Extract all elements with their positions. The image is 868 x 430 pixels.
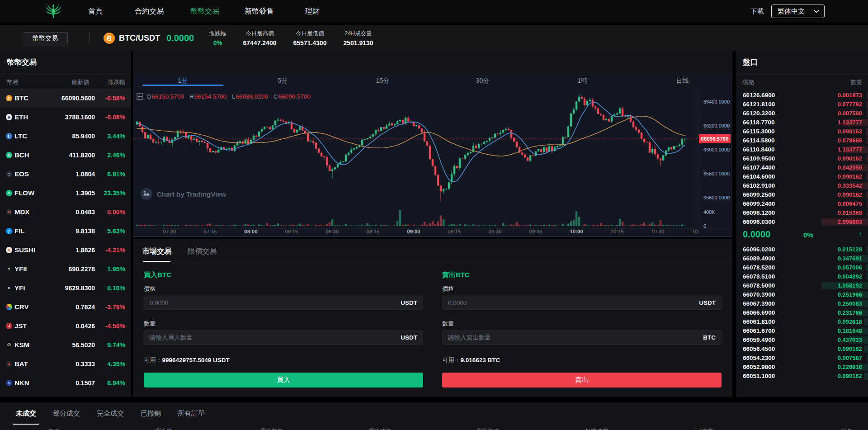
orders-tab-1[interactable]: 未成交 — [16, 402, 36, 425]
svg-text:08:45: 08:45 — [367, 229, 380, 234]
timeframe-tab-6[interactable]: 日线 — [632, 73, 732, 88]
coin-row-yfii[interactable]: YYFII690.22781.95% — [0, 260, 131, 279]
coin-symbol: BTC — [14, 89, 28, 108]
coin-price: 56.5020 — [72, 335, 95, 354]
coin-row-eth[interactable]: ◆ETH3788.1600-0.08% — [0, 108, 131, 127]
bid-row[interactable]: 66054.23000.007587 — [736, 354, 868, 363]
coin-row-flow[interactable]: ≈FLOW1.390523.35% — [0, 184, 131, 203]
ask-price: 66096.1200 — [743, 208, 775, 217]
column-coin: 幣種 — [7, 78, 19, 86]
orders-tab-2[interactable]: 部分成交 — [53, 402, 80, 425]
depth-bar — [864, 318, 868, 326]
nav-item-2[interactable]: 合約交易 — [135, 7, 164, 16]
coin-row-nkn[interactable]: NNKN0.15076.94% — [0, 373, 131, 392]
ask-row[interactable]: 66115.30000.090162 — [736, 127, 868, 136]
ask-row[interactable]: 66118.77001.133777 — [736, 118, 868, 127]
nav-item-3[interactable]: 幣幣交易 — [190, 7, 219, 16]
coin-row-fil[interactable]: ƒFIL9.81385.63% — [0, 222, 131, 241]
eos-coin-icon: ◇ — [6, 171, 12, 177]
language-dropdown[interactable]: 繁体中文 — [771, 5, 825, 18]
buy-form: 買入BTC 價格 USDT 數量 USDT 可用：9996429757.5049… — [144, 264, 423, 387]
coin-row-yfi[interactable]: ×YFI9629.83000.16% — [0, 279, 131, 298]
coin-symbol: MDX — [14, 203, 29, 222]
coin-price: 1.3905 — [75, 184, 95, 203]
market-type-button[interactable]: 幣幣交易 — [23, 32, 68, 44]
bid-row[interactable]: 66070.39000.251966 — [736, 290, 868, 299]
timeframe-tab-1[interactable]: 1分 — [133, 73, 233, 88]
stat-label: 漲跌幅 — [209, 31, 226, 37]
buy-available-value: 9996429757.5049 USDT — [162, 357, 230, 364]
orders-tab-4[interactable]: 已撤銷 — [141, 402, 161, 425]
coin-row-ksm[interactable]: ∅KSM56.50209.74% — [0, 335, 131, 354]
ask-row[interactable]: 66096.03002.098893 — [736, 217, 868, 227]
ask-row[interactable]: 66126.69000.001873 — [736, 91, 868, 100]
bid-row[interactable]: 66066.69000.231766 — [736, 308, 868, 317]
download-link[interactable]: 下載 — [750, 7, 764, 16]
bid-row[interactable]: 66059.49000.437033 — [736, 335, 868, 345]
ask-row[interactable]: 66114.58000.078686 — [736, 136, 868, 145]
svg-text:65600.0000: 65600.0000 — [703, 195, 730, 200]
bid-row[interactable]: 66078.51000.004892 — [736, 272, 868, 281]
coin-row-btc[interactable]: BBTC66090.5600-0.58% — [0, 89, 131, 108]
ask-row[interactable]: 66099.24000.006475 — [736, 199, 868, 208]
coin-row-bch[interactable]: BBCH411.82002.46% — [0, 146, 131, 165]
open-label: O — [146, 93, 151, 100]
trade-tab-1[interactable]: 市場交易 — [142, 239, 171, 264]
sell-price-input[interactable] — [448, 299, 699, 306]
bid-row[interactable]: 66061.81000.092618 — [736, 317, 868, 326]
bid-row[interactable]: 66051.10000.090162 — [736, 372, 868, 381]
ask-row[interactable]: 66107.44000.842050 — [736, 163, 868, 172]
buy-price-input[interactable] — [150, 299, 401, 306]
coin-row-bat[interactable]: ▲BAT0.33334.35% — [0, 354, 131, 373]
ask-row[interactable]: 66102.91000.333542 — [736, 181, 868, 190]
ask-row[interactable]: 66099.25000.090162 — [736, 190, 868, 199]
ask-row[interactable]: 66120.32000.007580 — [736, 109, 868, 118]
candlestick-chart[interactable]: 66400.000066200.000066000.000065800.0000… — [133, 88, 732, 237]
bid-row[interactable]: 66089.49000.347691 — [736, 254, 868, 263]
phoenix-logo-icon[interactable] — [45, 3, 62, 20]
ask-row[interactable]: 66110.84001.133777 — [736, 145, 868, 154]
coin-row-crv[interactable]: CRV0.7824-3.78% — [0, 298, 131, 317]
svg-text:66000.0000: 66000.0000 — [703, 147, 730, 152]
timeframe-tab-2[interactable]: 5分 — [233, 73, 333, 88]
column-amount: 數量 — [850, 78, 862, 86]
nav-item-4[interactable]: 新幣發售 — [245, 7, 274, 16]
timeframe-tab-5[interactable]: 1時 — [533, 73, 632, 88]
coin-row-eos[interactable]: ◇EOS1.08046.91% — [0, 165, 131, 184]
ask-row[interactable]: 66109.95000.090162 — [736, 154, 868, 163]
sell-button[interactable]: 賣出 — [442, 373, 722, 387]
coin-row-sushi[interactable]: ●SUSHI1.8626-4.21% — [0, 241, 131, 260]
coin-change: 3.44% — [107, 127, 125, 146]
orders-tab-3[interactable]: 完全成交 — [97, 402, 124, 425]
coin-row-jst[interactable]: JJST0.0426-4.50% — [0, 317, 131, 335]
sell-amount-input[interactable] — [448, 334, 703, 341]
bid-row[interactable]: 66078.50001.058192 — [736, 281, 868, 290]
orders-tab-5[interactable]: 所有訂單 — [178, 402, 205, 425]
svg-text:09:15: 09:15 — [448, 229, 461, 234]
trade-tab-2[interactable]: 限價交易 — [188, 239, 217, 264]
coin-row-mdx[interactable]: MMDX0.04830.00% — [0, 203, 131, 222]
bid-row[interactable]: 66078.52000.057006 — [736, 263, 868, 272]
nav-item-5[interactable]: 理財 — [305, 7, 320, 16]
bid-row[interactable]: 66061.67000.181648 — [736, 326, 868, 335]
coin-row-ltc[interactable]: ŁLTC85.94003.44% — [0, 127, 131, 146]
coin-symbol: YFII — [14, 260, 27, 279]
timeframe-tab-3[interactable]: 15分 — [333, 73, 433, 88]
nav-item-1[interactable]: 首頁 — [88, 7, 103, 16]
bid-row[interactable]: 66056.45000.090162 — [736, 345, 868, 354]
bid-row[interactable]: 66096.02000.015128 — [736, 245, 868, 254]
buy-button[interactable]: 買入 — [144, 373, 423, 387]
buy-amount-input[interactable] — [150, 334, 401, 341]
svg-text:08:30: 08:30 — [326, 229, 339, 234]
bid-row[interactable]: 66067.39000.250083 — [736, 299, 868, 308]
ask-row[interactable]: 66104.60000.090162 — [736, 172, 868, 181]
ask-row[interactable]: 66121.81000.077792 — [736, 100, 868, 109]
market-list-title: 幣幣交易 — [0, 51, 131, 73]
timeframe-tab-4[interactable]: 30分 — [433, 73, 533, 88]
bid-row[interactable]: 66052.98000.226816 — [736, 363, 868, 372]
svg-text:08:00: 08:00 — [244, 229, 257, 234]
ask-row[interactable]: 66096.12000.015368 — [736, 208, 868, 217]
ask-amount: 0.001873 — [838, 91, 862, 100]
sell-amount-inputbox: BTC — [442, 331, 722, 345]
bid-amount: 0.007587 — [838, 354, 862, 363]
